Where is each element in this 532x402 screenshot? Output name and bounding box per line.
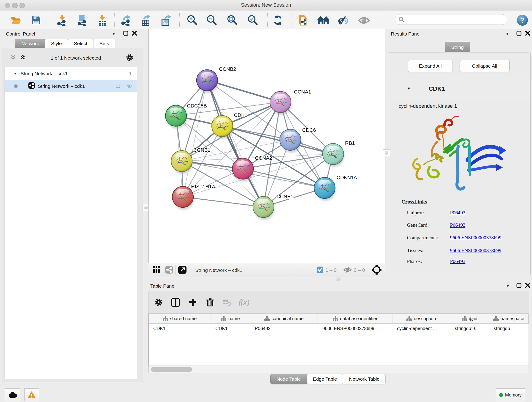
- delete-column-icon[interactable]: [204, 296, 216, 308]
- import-table-icon[interactable]: [96, 14, 109, 27]
- network-node-CCNB1[interactable]: [171, 151, 192, 172]
- tab-string[interactable]: String: [445, 42, 470, 53]
- crosslink-link[interactable]: 9606.ENSP00000378699: [450, 248, 501, 254]
- panel-menu-icon[interactable]: ▼: [505, 32, 509, 36]
- network-node-CDC25B[interactable]: [165, 105, 186, 126]
- network-row-selected[interactable]: String Network – cdk1 11 48: [5, 80, 137, 92]
- hidden-eye-icon[interactable]: [343, 266, 352, 274]
- float-panel-icon[interactable]: [123, 30, 129, 37]
- table-cell[interactable]: cyclin-dependent ...: [393, 324, 450, 333]
- column-header-description[interactable]: description: [393, 314, 450, 323]
- network-edge[interactable]: [183, 197, 264, 207]
- tab-select[interactable]: Select: [68, 39, 94, 48]
- table-gear-icon[interactable]: [152, 296, 165, 308]
- help-icon[interactable]: ?: [516, 14, 529, 27]
- collapse-all-button[interactable]: Collapse All: [460, 60, 510, 72]
- network-node-CDC6[interactable]: [280, 129, 301, 150]
- show-eye-disabled-icon[interactable]: [357, 14, 370, 27]
- network-node-RB1[interactable]: [323, 143, 344, 165]
- horizontal-splitter-handle[interactable]: [336, 277, 340, 281]
- grid-view-icon[interactable]: [152, 266, 160, 274]
- network-node-CDKN1A[interactable]: [314, 177, 335, 198]
- add-column-icon[interactable]: [186, 296, 199, 308]
- warning-button[interactable]: [24, 389, 39, 401]
- column-header-shared-name[interactable]: shared name: [149, 314, 211, 323]
- right-splitter-handle[interactable]: [383, 149, 390, 156]
- table-cell[interactable]: CDK1: [149, 324, 211, 333]
- network-collection-row[interactable]: ▼ String Network – cdk1 1: [5, 67, 137, 80]
- column-header--id[interactable]: @id: [450, 314, 489, 323]
- refresh-icon[interactable]: [272, 14, 284, 27]
- export-table-icon[interactable]: [139, 14, 152, 27]
- column-header-namespace[interactable]: namespace: [489, 314, 529, 323]
- open-folder-icon[interactable]: [9, 14, 22, 27]
- tree-expand-icon[interactable]: ▼: [13, 71, 17, 75]
- scrollbar-thumb[interactable]: [151, 367, 192, 372]
- tab-style[interactable]: Style: [45, 39, 68, 48]
- network-node-CCNA1[interactable]: [270, 91, 291, 113]
- table-cell[interactable]: CDK1: [211, 324, 250, 333]
- column-header-database-identifier[interactable]: database identifier: [318, 314, 393, 323]
- gene-section-header[interactable]: ▼ CDK1: [390, 78, 529, 99]
- table-cell[interactable]: P06493: [250, 324, 318, 333]
- crosslink-link[interactable]: P06493: [450, 222, 465, 228]
- import-database-icon[interactable]: [75, 14, 88, 27]
- tab-sets[interactable]: Sets: [93, 39, 115, 48]
- float-panel-icon[interactable]: [516, 30, 522, 37]
- birdseye-view-icon[interactable]: [178, 265, 187, 275]
- export-network-icon[interactable]: [120, 14, 133, 27]
- close-panel-icon[interactable]: [132, 30, 138, 37]
- crosshair-icon[interactable]: [372, 265, 382, 276]
- share-view-icon[interactable]: [165, 266, 173, 275]
- search-input[interactable]: [407, 17, 504, 22]
- collapse-all-icon[interactable]: [10, 54, 17, 62]
- section-collapse-icon[interactable]: ▼: [407, 86, 411, 91]
- tab-network-table[interactable]: Network Table: [343, 374, 386, 384]
- show-columns-icon[interactable]: [169, 296, 182, 308]
- gear-icon[interactable]: [126, 53, 134, 63]
- table-cell[interactable]: stringdb:9...: [450, 324, 489, 333]
- crosslink-link[interactable]: 9606.ENSP00000378699: [450, 235, 501, 241]
- import-network-icon[interactable]: [56, 14, 68, 27]
- network-edge[interactable]: [183, 80, 207, 197]
- tab-node-table[interactable]: Node Table: [270, 374, 307, 384]
- selected-checkbox-icon[interactable]: [317, 266, 323, 274]
- crosslink-link[interactable]: P06493: [450, 210, 465, 216]
- tab-edge-table[interactable]: Edge Table: [307, 374, 343, 384]
- network-node-CCNA2[interactable]: [232, 158, 253, 179]
- network-edge[interactable]: [207, 80, 264, 207]
- zoom-in-icon[interactable]: [186, 14, 198, 27]
- search-box[interactable]: [395, 14, 507, 25]
- panel-menu-icon[interactable]: ▼: [506, 284, 510, 288]
- crosslink-link[interactable]: P06493: [450, 258, 465, 264]
- zoom-fit-icon[interactable]: [226, 14, 239, 27]
- panel-menu-icon[interactable]: ▼: [112, 32, 116, 36]
- document-network-icon[interactable]: [297, 14, 310, 27]
- table-horizontal-scrollbar[interactable]: [148, 366, 529, 373]
- table-cell[interactable]: stringdb: [489, 324, 529, 333]
- network-node-HIST1H1A[interactable]: [172, 186, 193, 207]
- memory-button[interactable]: Memory: [496, 389, 525, 401]
- network-node-CCNE1[interactable]: [253, 196, 274, 217]
- tab-network[interactable]: Network: [15, 39, 45, 48]
- cloud-button[interactable]: [5, 389, 20, 401]
- close-panel-icon[interactable]: [525, 282, 531, 289]
- column-header-name[interactable]: name: [211, 314, 250, 323]
- zoom-selected-icon[interactable]: [246, 14, 259, 27]
- network-edge[interactable]: [243, 169, 325, 188]
- network-node-CDK1[interactable]: [212, 115, 233, 137]
- table-cell[interactable]: 9606.ENSP00000378699: [318, 324, 393, 333]
- network-canvas[interactable]: CCNB2CCNA1CDC25BCDK1CDC6RB1CCNB1CCNA2CDK…: [148, 29, 386, 263]
- network-edge[interactable]: [207, 80, 280, 102]
- zoom-out-icon[interactable]: [205, 14, 218, 27]
- expand-all-icon[interactable]: [19, 54, 26, 62]
- expand-all-button[interactable]: Expand All: [408, 60, 453, 72]
- houses-icon[interactable]: [317, 14, 330, 27]
- float-panel-icon[interactable]: [516, 282, 522, 289]
- save-session-icon[interactable]: [30, 14, 42, 27]
- network-node-CCNB2[interactable]: [196, 70, 218, 91]
- column-header-canonical-name[interactable]: canonical name: [250, 314, 318, 323]
- export-image-icon[interactable]: [159, 14, 172, 27]
- hide-eye-icon[interactable]: [337, 14, 350, 27]
- close-panel-icon[interactable]: [525, 30, 531, 37]
